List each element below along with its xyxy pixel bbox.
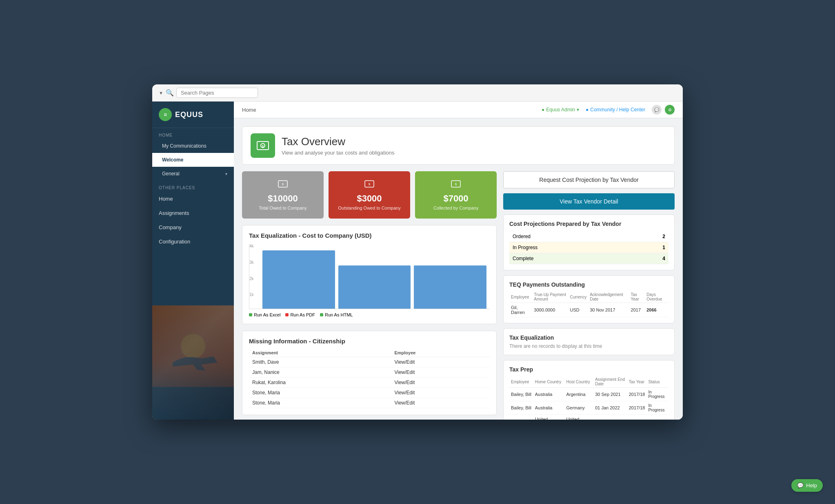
chart-area: 4k 3k 2k 1k bbox=[249, 244, 490, 309]
stat-card-total: $ $10000 Total Owed to Company bbox=[242, 171, 324, 219]
teq-col-ack: Acknowledgement Date bbox=[588, 291, 629, 303]
cost-projections-section: Cost Projections Prepared by Tax Vendor … bbox=[503, 214, 675, 270]
chat-icon[interactable]: 💬 bbox=[652, 105, 662, 115]
viewedit-link-3[interactable]: View/Edit bbox=[391, 378, 490, 388]
tp-year-1: 2017/18 bbox=[627, 401, 647, 415]
search-icon: 🔍 bbox=[166, 89, 174, 97]
sidebar-item-configuration[interactable]: Configuration bbox=[152, 234, 234, 249]
chevron-down-icon: ▾ bbox=[225, 172, 227, 176]
assignment-link-5[interactable]: Stone, Maria bbox=[249, 398, 391, 408]
overview-text: Tax Overview View and analyse your tax c… bbox=[282, 135, 395, 156]
search-input[interactable] bbox=[176, 88, 258, 98]
assignment-link-2[interactable]: Jam, Nanice bbox=[249, 367, 391, 378]
teq-col-employee: Employee bbox=[509, 291, 532, 303]
tax-prep-table: Employee Home Country Host Country Assig… bbox=[509, 376, 668, 420]
chart-bar-3 bbox=[414, 265, 486, 309]
table-row: Smith, Dave View/Edit bbox=[249, 357, 490, 367]
sidebar-item-general[interactable]: General ▾ bbox=[152, 167, 234, 181]
proj-row-inprogress: In Progress 1 bbox=[509, 242, 668, 253]
pdf-icon bbox=[285, 313, 289, 316]
table-row: Stone, Maria View/Edit bbox=[249, 388, 490, 398]
missing-info-title: Missing Information - Citizenship bbox=[249, 338, 490, 345]
run-as-excel[interactable]: Run As Excel bbox=[249, 312, 280, 317]
assignment-link-1[interactable]: Smith, Dave bbox=[249, 357, 391, 367]
settings-icon[interactable]: ⚙ bbox=[665, 105, 675, 115]
header-icons: 💬 ⚙ bbox=[652, 105, 675, 115]
sidebar: ≡ EQUUS HOME My Communications Welcome G… bbox=[152, 102, 234, 420]
missing-info-section: Missing Information - Citizenship Assign… bbox=[242, 331, 497, 415]
viewedit-link-2[interactable]: View/Edit bbox=[391, 367, 490, 378]
stat-card-icon-collected: $ bbox=[451, 179, 461, 190]
svg-point-1 bbox=[181, 334, 205, 358]
tax-prep-row: Bailey, Bill Australia Argentina 30 Sep … bbox=[509, 388, 668, 401]
svg-text:$: $ bbox=[369, 182, 371, 186]
proj-value-ordered: 2 bbox=[633, 231, 668, 242]
run-as-html[interactable]: Run As HTML bbox=[320, 312, 353, 317]
proj-value-complete: 4 bbox=[633, 253, 668, 264]
admin-chevron-icon: ▾ bbox=[577, 107, 579, 113]
chart-bar-2 bbox=[338, 265, 411, 309]
chart-actions: Run As Excel Run As PDF Run As HTML bbox=[249, 312, 490, 317]
community-link[interactable]: ● Community / Help Center bbox=[586, 107, 645, 113]
chart-section: Tax Equalization - Cost to Company (USD)… bbox=[242, 225, 497, 324]
sidebar-item-my-communications[interactable]: My Communications bbox=[152, 139, 234, 153]
assignment-link-3[interactable]: Rukat, Karolina bbox=[249, 378, 391, 388]
assignment-link-4[interactable]: Stone, Maria bbox=[249, 388, 391, 398]
page-content: $ Tax Overview View and analyse your tax… bbox=[234, 118, 683, 420]
svg-text:$: $ bbox=[282, 182, 284, 186]
viewedit-link-4[interactable]: View/Edit bbox=[391, 388, 490, 398]
admin-link[interactable]: ● Equus Admin ▾ bbox=[542, 107, 579, 113]
sidebar-item-company[interactable]: Company bbox=[152, 220, 234, 234]
tp-end-1: 01 Jan 2022 bbox=[593, 401, 627, 415]
tp-employee-2[interactable]: Bob, Bill bbox=[509, 415, 533, 420]
teq-col-currency: Currency bbox=[569, 291, 588, 303]
col-assignment: Assignment bbox=[249, 349, 391, 357]
teq-col-overdue: Days Overdue bbox=[645, 291, 668, 303]
community-icon: ● bbox=[586, 107, 588, 113]
main-layout: ≡ EQUUS HOME My Communications Welcome G… bbox=[152, 102, 683, 420]
table-row: Jam, Nanice View/Edit bbox=[249, 367, 490, 378]
browser-frame: ▼ 🔍 ≡ EQUUS HOME My Communications Welco… bbox=[152, 84, 683, 420]
sidebar-item-assignments[interactable]: Assignments bbox=[152, 206, 234, 220]
tp-status-1: In Progress bbox=[646, 401, 668, 415]
proj-label-ordered: Ordered bbox=[509, 231, 633, 242]
header-right: ● Equus Admin ▾ ● Community / Help Cente… bbox=[542, 105, 675, 115]
request-cost-projection-button[interactable]: Request Cost Projection by Tax Vendor bbox=[503, 171, 675, 188]
teq-employee-link[interactable]: Gil, Darren bbox=[509, 303, 532, 317]
tp-col-end: Assignment End Date bbox=[593, 376, 627, 388]
tp-end-0: 30 Sep 2021 bbox=[593, 388, 627, 401]
view-tax-vendor-button[interactable]: View Tax Vendor Detail bbox=[503, 193, 675, 210]
viewedit-link-5[interactable]: View/Edit bbox=[391, 398, 490, 408]
tp-home-1: Australia bbox=[533, 401, 565, 415]
stat-cards: $ $10000 Total Owed to Company $ $3000 bbox=[242, 171, 497, 219]
run-as-pdf[interactable]: Run As PDF bbox=[285, 312, 315, 317]
logo-text: EQUUS bbox=[175, 111, 203, 119]
tp-status-2: In Pro... bbox=[646, 415, 668, 420]
sidebar-item-home[interactable]: Home bbox=[152, 192, 234, 206]
tax-prep-row: Bailey, Bill Australia Germany 01 Jan 20… bbox=[509, 401, 668, 415]
overview-icon: $ bbox=[251, 133, 275, 158]
chart-title: Tax Equalization - Cost to Company (USD) bbox=[249, 232, 490, 239]
tax-eq-no-records: There are no records to display at this … bbox=[509, 343, 668, 349]
proj-value-inprogress: 1 bbox=[633, 242, 668, 253]
stat-card-amount-outstanding: $3000 bbox=[357, 193, 382, 204]
tp-host-1: Germany bbox=[564, 401, 593, 415]
teq-tax-year: 2017 bbox=[629, 303, 645, 317]
sidebar-item-welcome[interactable]: Welcome bbox=[152, 153, 234, 167]
overview-subtitle: View and analyse your tax costs and obli… bbox=[282, 150, 395, 156]
stat-card-amount-collected: $7000 bbox=[443, 193, 468, 204]
svg-text:$: $ bbox=[455, 182, 457, 186]
sidebar-section-home: HOME bbox=[152, 128, 234, 139]
stat-card-amount-total: $10000 bbox=[268, 193, 298, 204]
help-button[interactable]: 💬 Help bbox=[791, 479, 823, 492]
chart-y-labels: 4k 3k 2k 1k bbox=[249, 244, 255, 309]
admin-icon: ● bbox=[542, 107, 544, 113]
top-bar: ▼ 🔍 bbox=[152, 84, 683, 102]
teq-row: Gil, Darren 3000.0000 USD 30 Nov 2017 20… bbox=[509, 303, 668, 317]
stat-card-label-collected: Collected by Company bbox=[433, 206, 479, 210]
viewedit-link-1[interactable]: View/Edit bbox=[391, 357, 490, 367]
tp-employee-0[interactable]: Bailey, Bill bbox=[509, 388, 533, 401]
tp-employee-1[interactable]: Bailey, Bill bbox=[509, 401, 533, 415]
excel-icon bbox=[249, 313, 252, 316]
overview-title: Tax Overview bbox=[282, 135, 395, 148]
